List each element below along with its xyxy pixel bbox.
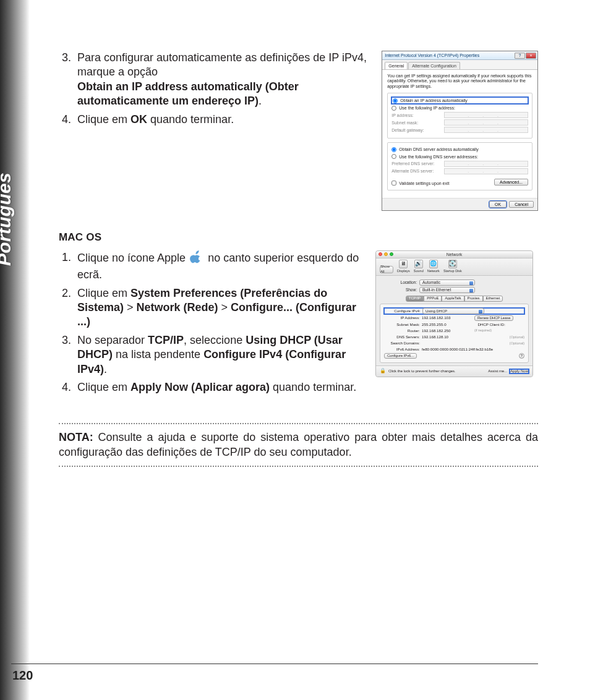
radio-auto-dns[interactable]: Obtain DNS server address automatically: [391, 147, 528, 152]
note-label: NOTA:: [59, 431, 93, 443]
hint-text: You can get IP settings assigned automat…: [387, 74, 532, 89]
mac-step-1: 1. Clique no ícone Apple no canto superi…: [59, 250, 368, 283]
validate-checkbox[interactable]: Validate settings upon exit: [391, 181, 449, 186]
subnet-input: [444, 119, 528, 126]
mac-steps: 1. Clique no ícone Apple no canto superi…: [59, 250, 368, 395]
subtab-appletalk[interactable]: AppleTalk: [442, 296, 464, 302]
display-icon: 🖥: [399, 260, 408, 268]
apply-now-button[interactable]: Apply Now: [510, 369, 529, 374]
lock-icon[interactable]: 🔒: [380, 368, 386, 374]
ip-group: Obtain an IP address automatically Use t…: [387, 93, 532, 139]
adns-row: Alternate DNS server:: [391, 168, 528, 174]
help-button-icon[interactable]: ?: [515, 53, 525, 59]
network-prefpane: Network Show All 🖥Displays 🔊Sound 🌐Netwo…: [375, 250, 533, 377]
window-titlebar: Internet Protocol Version 4 (TCP/IPv4) P…: [382, 51, 537, 60]
toolbar-startup[interactable]: 💽Startup Disk: [443, 260, 462, 273]
startup-icon: 💽: [448, 260, 457, 268]
toolbar-network[interactable]: 🌐Network: [427, 260, 440, 273]
subnet-row: Subnet Mask:255.255.255.0DHCP Client ID:: [384, 322, 524, 327]
network-icon: 🌐: [429, 260, 438, 268]
mac-step-3: 3. No separador TCP/IP, seleccione Using…: [59, 333, 368, 377]
configure-ipv4-row: Configure IPv4:Using DHCP: [384, 308, 524, 314]
ipv4-properties-dialog: Internet Protocol Version 4 (TCP/IPv4) P…: [382, 51, 538, 211]
toolbar-sound[interactable]: 🔊Sound: [414, 260, 424, 273]
step-3: 3. Para configurar automaticamente as de…: [59, 51, 374, 109]
prefpane-toolbar: Show All 🖥Displays 🔊Sound 🌐Network 💽Star…: [376, 258, 532, 276]
ip-row: IP Address:192.168.182.103Renew DHCP Lea…: [384, 315, 524, 321]
toolbar-displays[interactable]: 🖥Displays: [397, 260, 410, 273]
ok-button[interactable]: OK: [489, 201, 507, 208]
page: Português 3. Para configurar automaticam…: [0, 0, 590, 700]
step-number: 4.: [59, 113, 77, 127]
apple-icon: [190, 250, 203, 268]
radio-input[interactable]: [391, 106, 396, 111]
prefpane-footer: 🔒 Click the lock to prevent further chan…: [376, 365, 532, 376]
location-select[interactable]: Automatic: [419, 280, 475, 286]
advanced-button[interactable]: Advanced...: [494, 179, 528, 186]
gateway-input: [444, 127, 528, 133]
close-button-icon[interactable]: ×: [526, 53, 536, 59]
radio-manual-dns[interactable]: Use the following DNS server addresses:: [391, 154, 528, 160]
radio-input[interactable]: [391, 147, 396, 152]
note-text: Consulte a ajuda e suporte do sistema op…: [59, 431, 538, 458]
divider: [59, 423, 538, 424]
search-domains-row: Search Domains:(Optional): [384, 341, 524, 346]
show-select[interactable]: Built-in Ethernet: [419, 287, 475, 293]
assist-button[interactable]: Assist me...: [488, 369, 507, 374]
radio-auto-ip[interactable]: Obtain an IP address automatically: [391, 97, 528, 104]
sound-icon: 🔊: [414, 260, 423, 268]
radio-manual-ip[interactable]: Use the following IP address:: [391, 105, 528, 111]
tcpip-panel: Configure IPv4:Using DHCP IP Address:192…: [380, 304, 529, 363]
sidebar-gradient: [0, 0, 30, 700]
windows-section: 3. Para configurar automaticamente as de…: [59, 51, 538, 211]
mac-dialog-screenshot: Network Show All 🖥Displays 🔊Sound 🌐Netwo…: [375, 250, 533, 399]
radio-input[interactable]: [391, 154, 396, 159]
location-row: Location:Automatic: [380, 280, 529, 286]
subtab-tcpip[interactable]: TCP/IP: [406, 296, 424, 302]
note-block: NOTA: Consulte a ajuda e suporte do sist…: [59, 423, 538, 467]
cancel-button[interactable]: Cancel: [509, 201, 534, 208]
ip-address-row: IP address:: [391, 112, 528, 118]
configure-ipv4-select[interactable]: Using DHCP: [422, 308, 484, 314]
subtab-pppoe[interactable]: PPPoE: [424, 296, 442, 302]
window-titlebar: Network: [376, 251, 532, 258]
radio-input[interactable]: [393, 98, 398, 103]
renew-lease-button[interactable]: Renew DHCP Lease: [474, 315, 513, 321]
step-number: 3.: [59, 51, 77, 109]
tab-general[interactable]: General: [385, 62, 408, 69]
mac-step-2: 2. Clique em System Preferences (Preferê…: [59, 286, 368, 330]
pdns-row: Preferred DNS server:: [391, 161, 528, 167]
page-number: 120: [12, 668, 33, 683]
tab-row: General Alternate Configuration: [382, 60, 537, 70]
ip-input: [444, 112, 528, 118]
dns-row: DNS Servers:192.168.128.10(Optional): [384, 335, 524, 339]
macos-section: 1. Clique no ícone Apple no canto superi…: [59, 250, 538, 399]
macos-heading: MAC OS: [59, 231, 538, 244]
router-row: Router:192.168.182.250(if required): [384, 328, 524, 333]
ipv6-row: IPv6 Address:fe80:0000:0000:0000:0211:24…: [384, 347, 524, 352]
windows-steps: 3. Para configurar automaticamente as de…: [59, 51, 374, 127]
dialog-footer: OK Cancel: [382, 198, 537, 210]
subtab-proxies[interactable]: Proxies: [464, 296, 483, 302]
window-title: Network: [376, 252, 532, 257]
gateway-row: Default gateway:: [391, 127, 528, 133]
subtabs: TCP/IP PPPoE AppleTalk Proxies Ethernet: [380, 296, 529, 302]
windows-dialog-screenshot: Internet Protocol Version 4 (TCP/IPv4) P…: [382, 51, 538, 211]
main-content: 3. Para configurar automaticamente as de…: [59, 51, 538, 473]
help-icon[interactable]: ?: [519, 353, 524, 359]
window-title: Internet Protocol Version 4 (TCP/IPv4) P…: [385, 53, 479, 58]
mac-step-4: 4. Clique em Apply Now (Aplicar agora) q…: [59, 380, 368, 395]
subtab-ethernet[interactable]: Ethernet: [483, 296, 503, 302]
show-row: Show:Built-in Ethernet: [380, 287, 529, 293]
language-tab: Português: [0, 173, 15, 266]
dns-group: Obtain DNS server address automatically …: [387, 142, 532, 190]
footer-rule: [11, 664, 538, 664]
configure-ipv6-button[interactable]: Configure IPv6...: [384, 353, 417, 359]
toolbar-showall[interactable]: Show All: [380, 266, 393, 273]
divider: [59, 466, 538, 467]
step-4: 4. Clique em OK quando terminar.: [59, 113, 374, 127]
subnet-row: Subnet mask:: [391, 119, 528, 126]
tab-alternate[interactable]: Alternate Configuration: [408, 62, 460, 69]
